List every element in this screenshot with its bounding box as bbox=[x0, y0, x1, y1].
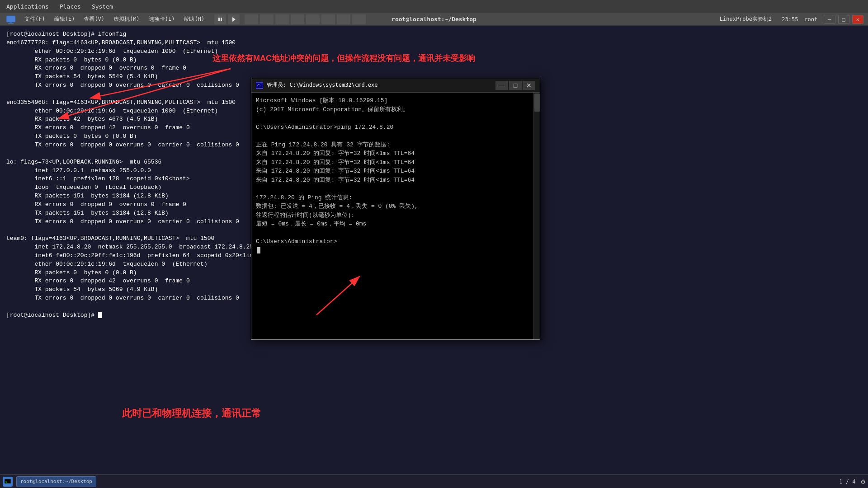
vm-menu-help[interactable]: 帮助(H) bbox=[180, 14, 208, 24]
vm-user: root bbox=[804, 16, 817, 23]
svg-rect-2 bbox=[8, 23, 14, 23]
svg-rect-4 bbox=[221, 18, 222, 21]
svg-text:C:: C: bbox=[257, 84, 262, 88]
vm-toolbar2 bbox=[244, 14, 366, 24]
annotation-top: 这里依然有MAC地址冲突的问题，但操作流程没有问题，通讯并未受影响 bbox=[212, 53, 475, 64]
cmd-minimize-btn[interactable]: — bbox=[495, 81, 508, 90]
cmd-cursor bbox=[257, 247, 260, 253]
vm-minimize-btn[interactable]: — bbox=[824, 15, 835, 24]
taskbar-page: 1 / 4 bbox=[839, 479, 855, 485]
top-menubar: Applications Places System bbox=[0, 0, 868, 13]
scrollbar-thumb[interactable] bbox=[534, 94, 540, 112]
vm-menu-view[interactable]: 查看(V) bbox=[80, 14, 108, 24]
vm-maximize-btn[interactable]: □ bbox=[838, 15, 849, 24]
cmd-maximize-btn[interactable]: □ bbox=[509, 81, 522, 90]
cmd-line: Microsoft Windows [版本 10.0.16299.15] bbox=[256, 96, 535, 105]
vm-window-controls: LinuxProbe实验机2 23:55 root — □ ✕ bbox=[720, 15, 863, 24]
cmd-scrollbar[interactable] bbox=[533, 93, 540, 339]
cmd-title-text: 管理员: C:\Windows\system32\cmd.exe bbox=[267, 81, 378, 89]
cmd-line bbox=[256, 229, 535, 238]
cmd-line bbox=[256, 131, 535, 141]
stop-btn[interactable] bbox=[228, 14, 240, 24]
svg-rect-3 bbox=[218, 18, 220, 21]
vm-titlebar: 文件(F) 编辑(E) 查看(V) 虚拟机(M) 选项卡(I) 帮助(H) ro… bbox=[0, 13, 868, 26]
cmd-line: C:\Users\Administrator>ping 172.24.8.20 bbox=[256, 123, 535, 132]
cmd-line: 172.24.8.20 的 Ping 统计信息: bbox=[256, 193, 535, 202]
cmd-titlebar: C: 管理员: C:\Windows\system32\cmd.exe — □ … bbox=[251, 78, 540, 93]
toolbar-icon-3[interactable] bbox=[275, 14, 289, 24]
vm-window-title: root@localhost:~/Desktop bbox=[392, 16, 476, 23]
svg-text:$_: $_ bbox=[5, 480, 9, 484]
menu-places[interactable]: Places bbox=[57, 2, 84, 11]
cmd-window-controls: — □ ✕ bbox=[495, 81, 535, 90]
cmd-line bbox=[256, 184, 535, 193]
cmd-body[interactable]: Microsoft Windows [版本 10.0.16299.15](c) … bbox=[251, 93, 540, 339]
cmd-title-left: C: 管理员: C:\Windows\system32\cmd.exe bbox=[256, 81, 378, 89]
toolbar-icon-4[interactable] bbox=[291, 14, 304, 24]
vm-menu-file[interactable]: 文件(F) bbox=[21, 14, 49, 24]
annotation-bottom: 此时已和物理机连接，通讯正常 bbox=[122, 407, 261, 420]
toolbar-icon-2[interactable] bbox=[260, 14, 274, 24]
toolbar-icon-5[interactable] bbox=[306, 14, 320, 24]
taskbar: $_ root@localhost:~/Desktop 1 / 4 ⚙ bbox=[0, 474, 868, 488]
cmd-line: 来自 172.24.8.20 的回复: 字节=32 时间<1ms TTL=64 bbox=[256, 176, 535, 185]
svg-marker-5 bbox=[232, 17, 236, 22]
vm-toolbar bbox=[214, 14, 240, 24]
svg-rect-1 bbox=[9, 22, 12, 23]
taskbar-right: 1 / 4 ⚙ bbox=[839, 477, 865, 486]
toolbar-icon-6[interactable] bbox=[321, 14, 335, 24]
cmd-window-icon: C: bbox=[256, 82, 263, 89]
toolbar-icon-8[interactable] bbox=[352, 14, 366, 24]
vm-close-btn[interactable]: ✕ bbox=[852, 15, 863, 24]
cmd-line: 往返行程的估计时间(以毫秒为单位): bbox=[256, 211, 535, 220]
vm-menu-vm[interactable]: 虚拟机(M) bbox=[110, 14, 143, 24]
cmd-line: 来自 172.24.8.20 的回复: 字节=32 时间<1ms TTL=64 bbox=[256, 149, 535, 158]
cmd-line: C:\Users\Administrator> bbox=[256, 237, 535, 246]
menu-system[interactable]: System bbox=[89, 2, 116, 11]
cmd-line: 正在 Ping 172.24.8.20 具有 32 字节的数据: bbox=[256, 141, 535, 150]
toolbar-icon-7[interactable] bbox=[337, 14, 350, 24]
cmd-lines-container: Microsoft Windows [版本 10.0.16299.15](c) … bbox=[256, 96, 535, 255]
taskbar-settings-icon[interactable]: ⚙ bbox=[861, 477, 865, 486]
main-content: [root@localhost Desktop]# ifconfig eno16… bbox=[0, 26, 868, 474]
cmd-line: 最短 = 0ms，最长 = 0ms，平均 = 0ms bbox=[256, 220, 535, 229]
windows-cmd-window: C: 管理员: C:\Windows\system32\cmd.exe — □ … bbox=[251, 78, 540, 340]
toolbar-icon-1[interactable] bbox=[245, 14, 258, 24]
vm-menus: 文件(F) 编辑(E) 查看(V) 虚拟机(M) 选项卡(I) 帮助(H) bbox=[5, 14, 366, 24]
machine-name: LinuxProbe实验机2 bbox=[720, 15, 772, 23]
svg-rect-0 bbox=[6, 16, 15, 22]
cmd-line: 数据包: 已发送 = 4，已接收 = 4，丢失 = 0 (0% 丢失), bbox=[256, 202, 535, 211]
vm-time: 23:55 bbox=[782, 16, 798, 23]
cmd-line: 来自 172.24.8.20 的回复: 字节=32 时间<1ms TTL=64 bbox=[256, 158, 535, 167]
cmd-close-btn[interactable]: ✕ bbox=[523, 81, 535, 90]
vm-menu-edit[interactable]: 编辑(E) bbox=[51, 14, 79, 24]
menu-applications[interactable]: Applications bbox=[4, 2, 52, 11]
cmd-line bbox=[256, 114, 535, 123]
taskbar-app-icon: $_ bbox=[3, 477, 13, 487]
cmd-line: 来自 172.24.8.20 的回复: 字节=32 时间<1ms TTL=64 bbox=[256, 167, 535, 176]
pause-btn[interactable] bbox=[214, 14, 226, 24]
vm-icon bbox=[5, 14, 17, 24]
taskbar-terminal-item[interactable]: root@localhost:~/Desktop bbox=[16, 476, 96, 487]
vm-menu-tab[interactable]: 选项卡(I) bbox=[145, 14, 179, 24]
cmd-line: (c) 2017 Microsoft Corporation。保留所有权利。 bbox=[256, 105, 535, 114]
